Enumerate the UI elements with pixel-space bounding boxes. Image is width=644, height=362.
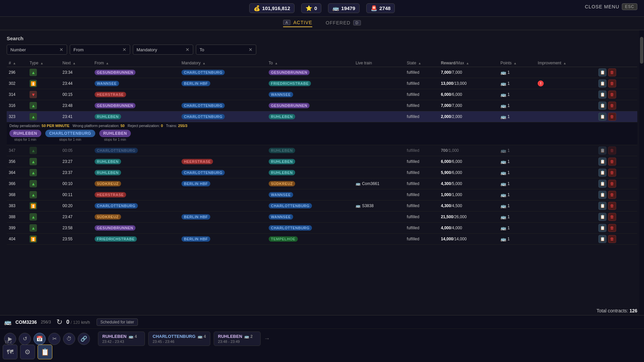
delete-btn[interactable]: 🗑 xyxy=(608,113,616,121)
table-row[interactable]: 388 ▲ 23:47 SÜDKREUZ BERLIN HBF WANNSEE … xyxy=(7,212,637,223)
copy-btn[interactable]: 📋 xyxy=(598,224,606,232)
scroll-thumb[interactable] xyxy=(640,37,643,64)
table-header-row: # ▲ Type ▲ Next ▲ From ▲ Mandatory ▲ To … xyxy=(7,59,637,67)
delete-btn[interactable]: 🗑 xyxy=(608,158,616,166)
scrollbar[interactable] xyxy=(639,30,644,315)
delete-btn[interactable]: 🗑 xyxy=(608,169,616,177)
settings-btn[interactable]: ⚙ xyxy=(20,345,35,359)
table-row-selected[interactable]: 323 ▲ 23:41 RUHLEBEN CHARLOTTENBURG RUHL… xyxy=(7,111,637,122)
to-clear[interactable]: ✕ xyxy=(249,47,253,52)
money-stat: 💰 101,916,812 xyxy=(249,3,294,13)
table-row[interactable]: 302 ⏫ 23:44 WANNSEE BERLIN HBF FRIEDRICH… xyxy=(7,78,637,89)
clock-btn[interactable]: ⏱ xyxy=(63,333,75,345)
row-id: 302 xyxy=(7,78,28,89)
col-from[interactable]: From ▲ xyxy=(93,59,180,67)
col-type[interactable]: Type ▲ xyxy=(28,59,60,67)
table-row[interactable]: 347 ▲ 00:05 CHARLOTTENBURG RUHLEBEN fulf… xyxy=(7,145,637,156)
copy-btn[interactable]: 📋 xyxy=(598,158,606,166)
table-row[interactable]: 399 ▲ 23:58 GESUNDBRUNNEN CHARLOTTENBURG… xyxy=(7,223,637,234)
contracts-btn[interactable]: 📋 xyxy=(38,345,52,359)
copy-btn[interactable]: 📋 xyxy=(598,68,606,76)
copy-btn[interactable]: 📋 xyxy=(598,202,606,210)
tab-offered[interactable]: OFFERED D xyxy=(326,20,361,27)
row-mandatory: CHARLOTTENBURG xyxy=(179,100,267,111)
row-reward: 14,000/14,000 xyxy=(439,234,498,245)
row-next: 00:20 xyxy=(60,200,92,212)
delete-btn[interactable]: 🗑 xyxy=(608,102,616,110)
col-reward[interactable]: Reward/Max ▲ xyxy=(439,59,498,67)
copy-btn[interactable]: 📋 xyxy=(598,191,606,199)
mandatory-search[interactable]: Mandatory ✕ xyxy=(133,45,193,55)
row-reward: 1,000/1,000 xyxy=(439,189,498,200)
delete-btn[interactable]: 🗑 xyxy=(608,180,616,188)
row-points: 🚌 1 xyxy=(498,78,536,89)
row-type: ⏫ xyxy=(28,78,60,89)
row-points: 🚌 1 xyxy=(498,156,536,167)
col-points[interactable]: Points ▲ xyxy=(498,59,536,67)
stop-name: CHARLOTTENBURG xyxy=(45,130,95,137)
table-row[interactable]: 366 ▲ 00:10 SÜDKREUZ BERLIN HBF SÜDKREUZ… xyxy=(7,178,637,189)
row-actions: 📋 🗑 xyxy=(596,89,637,100)
copy-btn[interactable]: 📋 xyxy=(598,113,606,121)
col-state[interactable]: State ▲ xyxy=(405,59,439,67)
copy-btn[interactable]: 📋 xyxy=(598,102,606,110)
row-improvement xyxy=(536,223,596,234)
alert-stat: 🚨 2748 xyxy=(366,3,395,13)
col-to[interactable]: To ▲ xyxy=(267,59,354,67)
table-row[interactable]: 368 ▲ 00:11 HEERSTRASE WANNSEE fulfilled… xyxy=(7,189,637,200)
copy-btn[interactable]: 📋 xyxy=(598,213,606,221)
copy-btn[interactable]: 📋 xyxy=(598,90,606,99)
col-improvement[interactable]: Improvement ▲ xyxy=(536,59,596,67)
row-improvement xyxy=(536,67,596,78)
link-btn[interactable]: 🔗 xyxy=(78,333,90,345)
table-row[interactable]: 316 ▲ 23:48 GESUNDBRUNNEN CHARLOTTENBURG… xyxy=(7,100,637,111)
number-search[interactable]: Number ✕ xyxy=(7,45,67,55)
scissors-btn[interactable]: ✂ xyxy=(48,333,60,345)
col-mandatory[interactable]: Mandatory ▲ xyxy=(179,59,267,67)
delete-btn[interactable]: 🗑 xyxy=(608,68,616,76)
delete-btn[interactable]: 🗑 xyxy=(608,191,616,199)
close-menu-button[interactable]: CLOSE MENU ESC xyxy=(585,3,637,10)
table-row[interactable]: 314 ▼ 00:15 HEERSTRASE WANNSEE fulfilled… xyxy=(7,89,637,100)
map-btn[interactable]: 🗺 xyxy=(3,345,17,359)
number-clear[interactable]: ✕ xyxy=(59,47,63,52)
tab-active[interactable]: A ACTIVE xyxy=(283,20,312,27)
row-from: WANNSEE xyxy=(93,78,180,89)
mandatory-clear[interactable]: ✕ xyxy=(185,47,190,52)
expanded-content: Delay penalization: 50 PER MINUTE Wrong … xyxy=(7,122,637,145)
table-row[interactable]: 364 ▲ 23:37 RUHLEBEN CHARLOTTENBURG RUHL… xyxy=(7,167,637,178)
row-id: 399 xyxy=(7,223,28,234)
col-next[interactable]: Next ▲ xyxy=(60,59,92,67)
row-improvement xyxy=(536,111,596,122)
copy-btn[interactable]: 📋 xyxy=(598,146,606,155)
stop-3-name: RUHLEBEN 🚌 2 xyxy=(218,334,256,339)
to-search[interactable]: To ✕ xyxy=(196,45,256,55)
table-row[interactable]: 383 ⏫ 00:20 CHARLOTTENBURG CHARLOTTENBUR… xyxy=(7,200,637,212)
from-clear[interactable]: ✕ xyxy=(122,47,126,52)
copy-btn[interactable]: 📋 xyxy=(598,169,606,177)
col-number[interactable]: # ▲ xyxy=(7,59,28,67)
tab-active-label: ACTIVE xyxy=(293,20,312,25)
from-search[interactable]: From ✕ xyxy=(70,45,130,55)
calendar-btn[interactable]: 📅 xyxy=(34,333,46,345)
delete-btn[interactable]: 🗑 xyxy=(608,224,616,232)
delete-btn[interactable]: 🗑 xyxy=(608,79,616,87)
repeat-btn[interactable]: ↺ xyxy=(19,333,31,345)
delete-btn[interactable]: 🗑 xyxy=(608,146,616,155)
table-row[interactable]: 356 ▲ 23:27 RUHLEBEN HEERSTRASE RUHLEBEN… xyxy=(7,156,637,167)
table-row[interactable]: 296 ▲ 23:34 GESUNDBRUNNEN CHARLOTTENBURG… xyxy=(7,67,637,78)
row-mandatory: BERLIN HBF xyxy=(179,78,267,89)
copy-btn[interactable]: 📋 xyxy=(598,235,606,243)
row-from: SÜDKREUZ xyxy=(93,178,180,189)
copy-btn[interactable]: 📋 xyxy=(598,180,606,188)
table-row[interactable]: 404 ⏫ 23:55 FRIEDRICHSTRABE BERLIN HBF T… xyxy=(7,234,637,245)
delete-btn[interactable]: 🗑 xyxy=(608,202,616,210)
copy-btn[interactable]: 📋 xyxy=(598,79,606,87)
row-actions: 📋 🗑 xyxy=(596,100,637,111)
delete-btn[interactable]: 🗑 xyxy=(608,213,616,221)
close-menu-label: CLOSE MENU xyxy=(585,4,620,9)
row-next: 23:47 xyxy=(60,212,92,223)
delete-btn[interactable]: 🗑 xyxy=(608,235,616,243)
col-live[interactable]: Live train xyxy=(354,59,405,67)
delete-btn[interactable]: 🗑 xyxy=(608,90,616,99)
